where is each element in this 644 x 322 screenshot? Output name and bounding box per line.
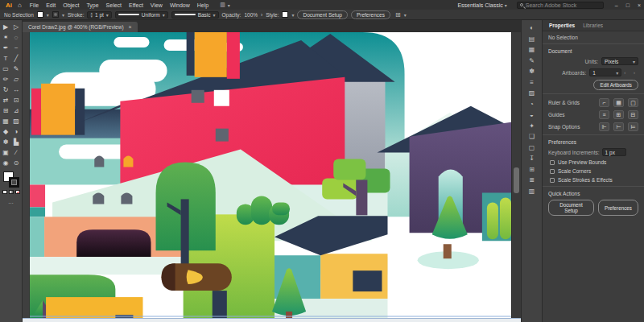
paintbrush-tool[interactable]: ✎ xyxy=(14,64,19,74)
appearance-panel-icon[interactable]: ◒ xyxy=(530,109,534,121)
minimize-button[interactable]: – xyxy=(615,2,618,8)
pen-tool[interactable]: ✒ xyxy=(3,43,9,53)
artboard-tool[interactable]: ▣ xyxy=(2,147,9,158)
opacity-more-icon[interactable]: › xyxy=(261,12,262,18)
menu-view[interactable]: View xyxy=(151,2,163,8)
scale-tool[interactable]: ↔ xyxy=(13,85,19,95)
color-panel-icon[interactable]: ◐ xyxy=(530,23,534,34)
shape-builder-tool[interactable]: ⊞ xyxy=(3,105,9,116)
stroke-panel-icon[interactable]: ≡ xyxy=(530,77,534,89)
edit-toolbar-button[interactable]: … xyxy=(8,199,14,204)
stroke-color-swatch[interactable] xyxy=(52,11,59,18)
perspective-grid-tool[interactable]: ⊿ xyxy=(14,105,19,116)
transparency-panel-icon[interactable]: ◔ xyxy=(530,99,534,110)
lasso-tool[interactable]: ◌ xyxy=(14,32,19,43)
swatches-panel-icon[interactable]: ▦ xyxy=(529,44,535,56)
snap-pixel-icon[interactable]: ⊢ xyxy=(613,122,624,131)
zoom-tool[interactable]: ⊙ xyxy=(14,158,19,168)
rectangle-tool[interactable]: ▭ xyxy=(2,64,9,74)
keyboard-increments-input[interactable]: 1 px xyxy=(602,148,626,156)
curvature-tool[interactable]: ~ xyxy=(14,43,19,53)
units-dropdown[interactable]: Pixels ▾ xyxy=(601,57,638,65)
chevron-down-icon[interactable]: ▾ xyxy=(106,12,109,18)
quick-document-setup-button[interactable]: Document Setup xyxy=(548,200,594,216)
gradient-tool[interactable]: ▨ xyxy=(13,116,19,126)
gradient-button[interactable] xyxy=(9,190,14,194)
fill-stroke-indicator[interactable] xyxy=(3,171,19,188)
line-segment-tool[interactable]: ╱ xyxy=(14,53,19,64)
type-tool[interactable]: T xyxy=(4,53,8,64)
stepper-icon[interactable]: ▴▾ xyxy=(90,11,93,18)
menu-select[interactable]: Select xyxy=(106,2,122,8)
align-panel-icon[interactable]: ⊞ xyxy=(529,164,535,175)
canvas-artwork[interactable] xyxy=(30,32,511,318)
chevron-down-icon[interactable]: ▾ xyxy=(291,12,294,18)
chevron-down-icon[interactable]: ▾ xyxy=(404,12,407,18)
magic-wand-tool[interactable]: ✶ xyxy=(3,32,9,43)
horizontal-scrollbar[interactable] xyxy=(23,318,521,322)
eraser-tool[interactable]: ▱ xyxy=(14,74,19,85)
align-options-icon[interactable]: ⊞ xyxy=(395,11,401,19)
style-swatch[interactable] xyxy=(282,11,288,18)
artboards-dropdown[interactable]: 1 ▾ xyxy=(589,68,621,76)
checkbox-scale-corners[interactable]: Scale Corners xyxy=(550,168,638,174)
libraries-panel-icon[interactable]: ▥ xyxy=(529,186,535,197)
pencil-tool[interactable]: ✏ xyxy=(3,74,9,85)
menu-effect[interactable]: Effect xyxy=(129,2,143,8)
mesh-tool[interactable]: ▦ xyxy=(2,116,9,126)
document-setup-button[interactable]: Document Setup xyxy=(297,10,347,19)
brush-definition-dropdown[interactable]: Basic ▾ xyxy=(171,11,219,19)
stroke-proxy[interactable] xyxy=(9,177,19,188)
chevron-down-icon[interactable]: ▾ xyxy=(47,12,49,18)
artboards-panel-icon[interactable]: ▢ xyxy=(529,142,535,154)
graphic-styles-panel-icon[interactable]: ✦ xyxy=(529,121,535,132)
scrollbar-thumb[interactable] xyxy=(514,167,519,193)
artboard-nav-arrows[interactable]: ‹ › xyxy=(624,70,638,75)
symbols-panel-icon[interactable]: ✽ xyxy=(529,66,535,77)
grid-icon[interactable]: ▦ xyxy=(613,98,624,107)
tab-libraries[interactable]: Libraries xyxy=(583,23,603,28)
stock-search-input[interactable]: Search Adobe Stock xyxy=(517,2,604,9)
transparency-grid-icon[interactable]: ▢ xyxy=(628,98,638,107)
close-button[interactable]: × xyxy=(638,2,641,8)
maximize-button[interactable]: □ xyxy=(626,2,630,8)
workspace-switcher[interactable]: Essentials Classic ▾ xyxy=(457,2,506,8)
checkbox-use-preview-bounds[interactable]: Use Preview Bounds xyxy=(550,159,638,165)
menu-type[interactable]: Type xyxy=(86,2,98,8)
tab-close-icon[interactable]: × xyxy=(129,24,132,30)
menu-file[interactable]: File xyxy=(30,2,39,8)
direct-selection-tool[interactable]: ▷ xyxy=(14,22,19,32)
home-icon[interactable]: ⌂ xyxy=(18,2,22,9)
chevron-down-icon[interactable]: ▾ xyxy=(62,12,64,18)
blend-tool[interactable]: ◑ xyxy=(14,126,19,137)
eyedropper-tool[interactable]: ◆ xyxy=(3,126,8,137)
menu-help[interactable]: Help xyxy=(197,2,208,8)
symbol-sprayer-tool[interactable]: ✽ xyxy=(3,137,9,147)
gradient-panel-icon[interactable]: ▨ xyxy=(529,88,535,99)
color-button[interactable] xyxy=(2,190,7,194)
color-guide-panel-icon[interactable]: ▤ xyxy=(529,34,535,45)
free-transform-tool[interactable]: ⊡ xyxy=(14,95,19,105)
pathfinder-panel-icon[interactable]: ≣ xyxy=(529,175,535,186)
snap-grid-icon[interactable]: ⊩ xyxy=(599,122,609,131)
layers-panel-icon[interactable]: ❏ xyxy=(529,131,535,142)
fill-color-swatch[interactable] xyxy=(37,11,43,18)
rulers-icon[interactable]: ⌐ xyxy=(599,98,609,107)
selection-tool[interactable]: ▶ xyxy=(3,22,8,32)
rotate-tool[interactable]: ↻ xyxy=(3,85,9,95)
make-guides-icon[interactable]: ⊟ xyxy=(628,110,638,119)
edit-artboards-button[interactable]: Edit Artboards xyxy=(593,80,638,90)
menu-edit[interactable]: Edit xyxy=(46,2,56,8)
stroke-weight-field[interactable]: ▴▾ 1 pt ▾ xyxy=(87,11,111,19)
arrange-documents-icon[interactable]: ▥ xyxy=(220,2,225,8)
slice-tool[interactable]: ∕ xyxy=(15,147,16,158)
width-tool[interactable]: ⇄ xyxy=(3,95,9,105)
column-graph-tool[interactable]: ▙ xyxy=(14,137,19,147)
show-guides-icon[interactable]: ≡ xyxy=(599,110,609,119)
brushes-panel-icon[interactable]: ✎ xyxy=(529,56,535,67)
tab-properties[interactable]: Properties xyxy=(549,23,575,28)
lock-guides-icon[interactable]: ⊞ xyxy=(613,110,624,119)
snap-point-icon[interactable]: ⊨ xyxy=(628,122,638,131)
preferences-button[interactable]: Preferences xyxy=(351,10,390,19)
chevron-down-icon[interactable]: ▾ xyxy=(228,2,230,8)
